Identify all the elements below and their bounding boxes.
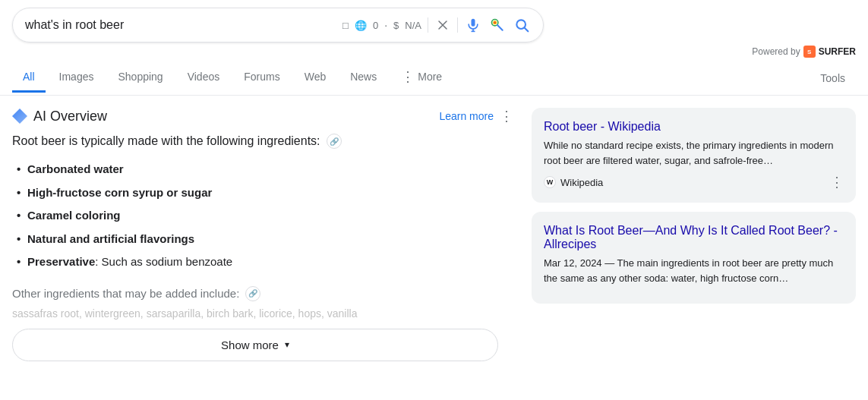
intro-link-icon[interactable]: 🔗 bbox=[327, 134, 342, 149]
more-dots-icon: ⋮ bbox=[401, 68, 415, 85]
ingredients-list: Carbonated water High-fructose corn syru… bbox=[12, 158, 513, 274]
result-title-allrecipes[interactable]: What Is Root Beer—And Why Is It Called R… bbox=[544, 224, 844, 251]
powered-by-text: Powered by bbox=[752, 46, 800, 57]
mic-button[interactable] bbox=[464, 16, 482, 34]
tab-videos[interactable]: Videos bbox=[177, 63, 231, 93]
right-panel: Root beer - Wikipedia While no standard … bbox=[532, 108, 856, 361]
search-bar-divider bbox=[428, 17, 428, 33]
result-source-wikipedia: W Wikipedia ⋮ bbox=[544, 174, 844, 191]
tab-all[interactable]: All bbox=[12, 63, 46, 93]
tools-button[interactable]: Tools bbox=[810, 65, 856, 92]
svg-line-8 bbox=[525, 28, 529, 32]
result-snippet-allrecipes: Mar 12, 2024 — The main ingredients in r… bbox=[544, 256, 844, 285]
tab-news[interactable]: News bbox=[339, 63, 387, 93]
ai-overview-header: AI Overview Learn more ⋮ bbox=[12, 108, 513, 124]
tab-shopping[interactable]: Shopping bbox=[107, 63, 173, 93]
surfer-icon: S bbox=[803, 46, 816, 58]
result-snippet-wikipedia: While no standard recipe exists, the pri… bbox=[544, 138, 844, 168]
lens-button[interactable] bbox=[488, 16, 507, 34]
square-icon: □ bbox=[342, 20, 349, 31]
search-icon bbox=[514, 17, 529, 33]
close-button[interactable] bbox=[434, 17, 451, 33]
tab-forums[interactable]: Forums bbox=[233, 63, 290, 93]
search-submit-button[interactable] bbox=[513, 16, 531, 34]
search-bar[interactable]: what's in root beer □ 🌐 0 · $ N/A bbox=[12, 8, 544, 43]
wiki-w-icon: W bbox=[544, 176, 556, 188]
search-query-text: what's in root beer bbox=[25, 18, 336, 32]
ai-overview-actions: Learn more ⋮ bbox=[439, 108, 513, 124]
result-title-wikipedia[interactable]: Root beer - Wikipedia bbox=[544, 120, 844, 134]
list-item: Natural and artificial flavorings bbox=[12, 228, 513, 251]
left-panel: AI Overview Learn more ⋮ Root beer is ty… bbox=[12, 108, 513, 361]
dot-separator: · bbox=[384, 19, 387, 31]
ai-overview-more-icon[interactable]: ⋮ bbox=[500, 108, 513, 124]
dollar-icon: $ bbox=[393, 20, 399, 31]
mic-icon bbox=[466, 17, 481, 33]
counter-badge: 0 bbox=[373, 20, 378, 31]
svg-rect-0 bbox=[472, 19, 475, 27]
nav-tabs: All Images Shopping Videos Forums Web Ne… bbox=[0, 61, 868, 96]
tab-web[interactable]: Web bbox=[294, 63, 337, 93]
flag-icon: 🌐 bbox=[355, 20, 367, 31]
na-label: N/A bbox=[405, 20, 421, 31]
faded-ingredients: sassafras root, wintergreen, sarsaparill… bbox=[12, 307, 513, 320]
other-ingredients-heading: Other ingredients that may be added incl… bbox=[12, 286, 513, 301]
result-card-allrecipes: What Is Root Beer—And Why Is It Called R… bbox=[532, 212, 856, 304]
tab-images[interactable]: Images bbox=[49, 63, 105, 93]
result-source-info: W Wikipedia bbox=[544, 176, 603, 188]
ai-diamond-icon bbox=[12, 109, 27, 124]
svg-point-5 bbox=[494, 21, 496, 24]
svg-line-6 bbox=[497, 25, 503, 30]
search-bar-icons: □ 🌐 0 · $ N/A bbox=[342, 16, 531, 34]
close-icon bbox=[436, 18, 450, 32]
source-more-icon-wikipedia[interactable]: ⋮ bbox=[830, 174, 844, 191]
show-more-button[interactable]: Show more ▾ bbox=[12, 329, 498, 361]
source-name-wikipedia: Wikipedia bbox=[560, 177, 603, 188]
lens-icon bbox=[490, 17, 505, 33]
list-item: Carbonated water bbox=[12, 158, 513, 181]
list-item: Caramel coloring bbox=[12, 204, 513, 228]
learn-more-link[interactable]: Learn more bbox=[439, 110, 494, 122]
surfer-branding: Powered by S SURFER bbox=[0, 43, 868, 58]
list-item: High-fructose corn syrup or sugar bbox=[12, 181, 513, 205]
search-bar-divider-2 bbox=[457, 17, 458, 33]
chevron-down-icon: ▾ bbox=[285, 339, 289, 350]
ai-intro: Root beer is typically made with the fol… bbox=[12, 134, 513, 149]
main-content: AI Overview Learn more ⋮ Root beer is ty… bbox=[0, 96, 868, 361]
result-card-wikipedia: Root beer - Wikipedia While no standard … bbox=[532, 108, 856, 203]
tab-more[interactable]: ⋮ More bbox=[390, 61, 453, 95]
ai-overview-title: AI Overview bbox=[12, 109, 107, 124]
list-item: Preservative: Such as sodium benzoate bbox=[12, 250, 513, 274]
other-link-icon[interactable]: 🔗 bbox=[245, 286, 260, 301]
surfer-brand-name: SURFER bbox=[819, 46, 856, 57]
search-bar-container: what's in root beer □ 🌐 0 · $ N/A bbox=[0, 0, 868, 43]
